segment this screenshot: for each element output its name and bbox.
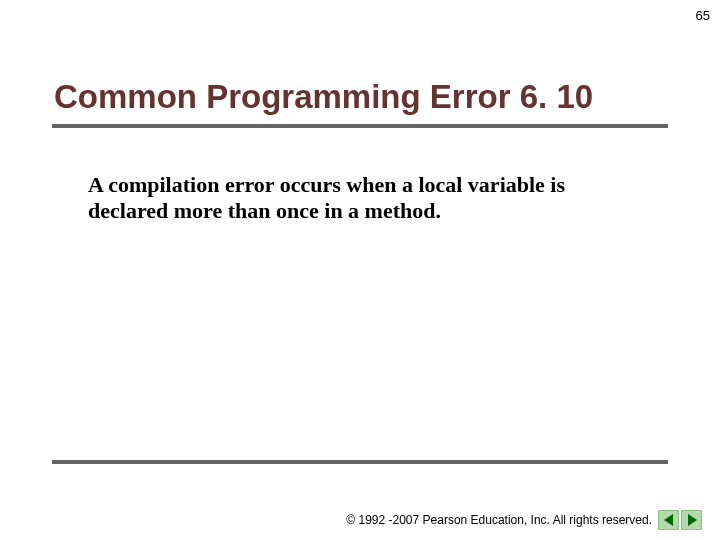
copyright-text: © 1992 -2007 Pearson Education, Inc. All…: [346, 513, 652, 527]
body-text: A compilation error occurs when a local …: [88, 172, 630, 225]
title-underline: [52, 124, 668, 128]
slide: 65 Common Programming Error 6. 10 A comp…: [0, 0, 720, 540]
footer: © 1992 -2007 Pearson Education, Inc. All…: [346, 510, 702, 530]
bottom-rule: [52, 460, 668, 464]
title-band: Common Programming Error 6. 10: [52, 78, 668, 128]
nav-controls: [658, 510, 702, 530]
triangle-right-icon: [687, 514, 697, 526]
slide-title: Common Programming Error 6. 10: [54, 78, 668, 116]
svg-marker-0: [664, 514, 673, 526]
page-number: 65: [696, 8, 710, 23]
next-button[interactable]: [681, 510, 702, 530]
prev-button[interactable]: [658, 510, 679, 530]
svg-marker-1: [688, 514, 697, 526]
triangle-left-icon: [664, 514, 674, 526]
